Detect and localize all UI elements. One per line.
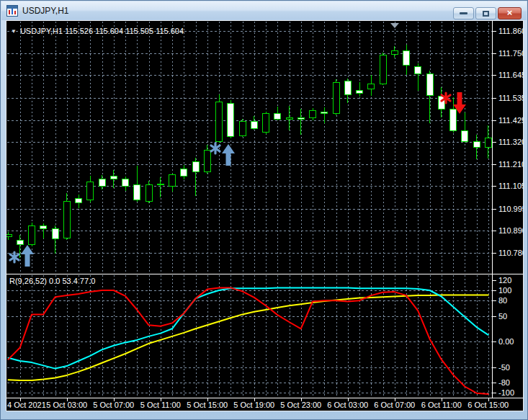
time-tick-label: 5 Oct 07:00 <box>93 401 134 409</box>
time-tick-label: 6 Oct 03:00 <box>327 401 368 409</box>
title-bar[interactable]: USDJPY,H1 × <box>1 1 527 20</box>
ohlc-open: 115.526 <box>65 27 93 35</box>
candle-bear <box>473 141 480 147</box>
indicator-name: R(9,26,52) <box>9 277 47 285</box>
time-tick-label: 5 Oct 19:00 <box>233 401 274 409</box>
candle-bear <box>40 226 47 229</box>
price-tick-label: 111.320 <box>498 138 523 146</box>
time-tick-label: 6 Oct 07:00 <box>374 401 415 409</box>
chart-shift-icon <box>390 23 399 28</box>
candle-bear <box>274 114 281 120</box>
price-tick-label: 111.105 <box>498 182 523 190</box>
candle-bear <box>52 229 58 238</box>
indicator-tick-label: 50 <box>498 312 507 321</box>
time-tick-label: 5 Oct 03:00 <box>46 401 87 409</box>
candle-bear <box>297 117 304 119</box>
candle-bull <box>380 55 386 84</box>
candle-bull <box>216 102 223 141</box>
mt4-chart-window: USDJPY,H1 × ▼USDJPY,H1 115.526 115.604 1… <box>0 0 528 420</box>
time-tick-label: 5 Oct 11:00 <box>140 401 181 409</box>
price-tick-label: 111.860 <box>498 27 523 35</box>
indicator-tick-label: 80 <box>498 296 507 305</box>
ohlc-low: 115.505 <box>125 27 153 35</box>
close-button[interactable]: × <box>498 7 522 19</box>
chart-content-area[interactable]: ▼USDJPY,H1 115.526 115.604 115.505 115.6… <box>6 20 524 411</box>
minimize-button[interactable] <box>453 7 474 19</box>
candle-bear <box>403 50 410 65</box>
candle-bull <box>63 201 70 238</box>
indicator-tick-label: -80 <box>498 378 510 387</box>
indicator-label: R(9,26,52) 0.0 53.4 77.0 <box>9 277 95 285</box>
signal-asterisk <box>10 252 19 262</box>
indicator-line-cyan <box>9 287 488 368</box>
indicator-values: 0.0 53.4 77.0 <box>49 277 95 285</box>
close-icon: × <box>507 8 513 17</box>
ohlc-quote-line: ▼USDJPY,H1 115.526 115.604 115.505 115.6… <box>11 27 184 35</box>
candle-bear <box>181 169 187 176</box>
restore-icon <box>483 11 489 17</box>
time-tick-label: 5 Oct 23:00 <box>280 401 321 409</box>
price-tick-label: 110.780 <box>498 249 523 257</box>
indicator-tick-label: -100 <box>498 388 514 397</box>
candle-bear <box>450 109 457 130</box>
candle-bull <box>368 84 375 89</box>
price-tick-label: 111.425 <box>498 116 523 125</box>
ohlc-close: 115.604 <box>156 27 184 35</box>
indicator-tick-label: 120 <box>498 276 511 285</box>
candle-bear <box>110 176 117 179</box>
candle-bull <box>204 151 210 172</box>
candle-bull <box>485 138 491 147</box>
candle-bull <box>333 82 339 114</box>
price-tick-label: 110.995 <box>498 205 523 213</box>
candle-bear <box>357 90 363 93</box>
time-tick-label: 6 Oct 11:00 <box>421 401 462 409</box>
chart-window-icon <box>6 5 18 17</box>
candle-bear <box>99 179 105 186</box>
indicator-tick-label: 0.00 <box>498 337 514 346</box>
time-tick-label: 4 Oct 2021 <box>7 401 46 409</box>
candle-bear <box>344 81 351 94</box>
candle-bull <box>263 114 269 133</box>
candle-bear <box>134 184 140 200</box>
candle-bear <box>426 74 433 96</box>
candle-bull <box>87 182 94 200</box>
ohlc-collapse-icon[interactable]: ▼ <box>11 28 17 35</box>
candle-bull <box>146 184 152 201</box>
candle-bull <box>286 118 292 120</box>
signal-asterisk <box>211 143 220 153</box>
candle-bear <box>157 184 164 185</box>
time-tick-label: 5 Oct 15:00 <box>187 401 228 409</box>
price-tick-label: 111.750 <box>498 49 523 58</box>
candle-bear <box>321 112 328 114</box>
candle-bull <box>239 121 246 135</box>
candle-bull <box>310 111 316 118</box>
price-tick-label: 110.890 <box>498 226 523 235</box>
indicator-tick-label: -50 <box>498 363 510 372</box>
indicator-tick-label: 100 <box>498 286 511 295</box>
price-tick-label: 111.645 <box>498 71 523 79</box>
candle-bear <box>76 198 82 203</box>
candle-bear <box>192 161 199 172</box>
candle-bull <box>6 235 12 237</box>
ohlc-high: 115.604 <box>95 27 123 35</box>
time-tick-label: 6 Oct 15:00 <box>467 401 509 409</box>
price-tick-label: 111.210 <box>498 160 523 169</box>
minimize-icon <box>460 12 467 14</box>
candle-bear <box>251 121 257 128</box>
candle-bull <box>29 226 35 245</box>
candle-bear <box>17 240 23 245</box>
buy-arrow-icon <box>222 144 235 166</box>
candle-bear <box>415 67 421 74</box>
price-tick-label: 111.535 <box>498 94 523 102</box>
restore-button[interactable] <box>475 7 496 19</box>
window-title: USDJPY,H1 <box>22 6 68 16</box>
ohlc-symbol: USDJPY,H1 <box>20 27 63 35</box>
candle-bear <box>122 179 129 187</box>
chart-plot-svg[interactable]: 111.860111.750111.645111.535111.425111.3… <box>6 21 523 411</box>
candle-bull <box>391 51 398 55</box>
candle-bear <box>462 130 468 141</box>
candle-bull <box>169 175 176 187</box>
candle-bear <box>228 103 234 136</box>
indicator-line-red <box>9 287 488 394</box>
